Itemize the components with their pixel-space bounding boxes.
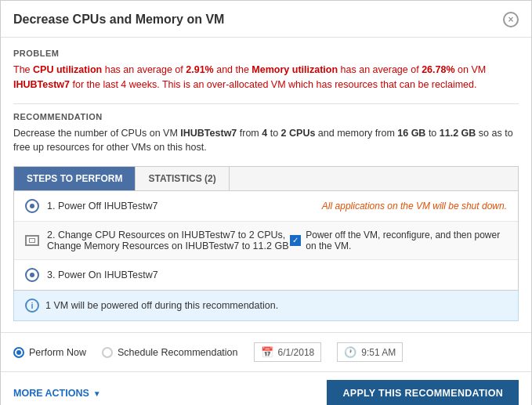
clock-icon: 🕐: [344, 346, 356, 358]
tab-statistics[interactable]: STATISTICS (2): [136, 167, 229, 190]
time-value: 9:51 AM: [361, 347, 396, 358]
perform-now-label: Perform Now: [29, 347, 86, 358]
recommendation-section: RECOMMENDATION Decrease the number of CP…: [13, 112, 519, 156]
modal-footer: MORE ACTIONS ▼ APPLY THIS RECOMMENDATION: [1, 371, 531, 405]
modal-body: PROBLEM The CPU utilization has an avera…: [1, 38, 531, 332]
cpu-from: 4: [262, 128, 267, 139]
step-2-checkbox-label: Power off the VM, reconfigure, and then …: [306, 230, 507, 251]
apply-recommendation-button[interactable]: APPLY THIS RECOMMENDATION: [327, 380, 519, 405]
tab-steps-to-perform[interactable]: STEPS TO PERFORM: [14, 167, 136, 190]
mem-to: 11.2 GB: [440, 128, 476, 139]
steps-container: 1. Power Off IHUBTestw7 All applications…: [13, 191, 519, 291]
step-2-left: 2. Change CPU Resources on IHUBTestw7 to…: [25, 230, 290, 251]
step-1-icon: [25, 199, 39, 213]
vm-name-problem: IHUBTestw7: [13, 79, 70, 90]
chevron-down-icon: ▼: [93, 389, 101, 398]
schedule-bar: Perform Now Schedule Recommendation 📅 6/…: [1, 332, 531, 371]
step-row-1: 1. Power Off IHUBTestw7 All applications…: [14, 191, 518, 222]
vm-name-rec: IHUBTestw7: [180, 128, 237, 139]
recommendation-label: RECOMMENDATION: [13, 112, 519, 121]
more-actions-label: MORE ACTIONS: [13, 388, 89, 399]
more-actions-button[interactable]: MORE ACTIONS ▼: [13, 388, 101, 399]
step-2-label: 2. Change CPU Resources on IHUBTestw7 to…: [47, 230, 290, 251]
perform-now-radio-circle[interactable]: [13, 347, 24, 358]
step-1-label: 1. Power Off IHUBTestw7: [47, 201, 158, 212]
modal-title: Decrease CPUs and Memory on VM: [13, 13, 224, 27]
step-3-label: 3. Power On IHUBTestw7: [47, 269, 158, 280]
modal-container: Decrease CPUs and Memory on VM × PROBLEM…: [0, 0, 532, 405]
problem-label: PROBLEM: [13, 49, 519, 58]
close-button[interactable]: ×: [503, 12, 519, 27]
date-value: 6/1/2018: [278, 347, 315, 358]
cpu-to: 2 CPUs: [281, 128, 316, 139]
step-row-2: 2. Change CPU Resources on IHUBTestw7 to…: [14, 222, 518, 260]
schedule-radio-circle[interactable]: [102, 347, 113, 358]
memory-utilization-bold: Memory utilization: [252, 64, 338, 75]
info-icon: i: [25, 298, 39, 313]
step-2-checkbox-area: Power off the VM, reconfigure, and then …: [290, 230, 507, 251]
step-row-3: 3. Power On IHUBTestw7: [14, 260, 518, 290]
step-1-warning: All applications on the VM will be shut …: [322, 201, 507, 212]
time-field[interactable]: 🕐 9:51 AM: [337, 342, 403, 362]
step-2-checkbox[interactable]: [290, 235, 301, 246]
problem-text: The CPU utilization has an average of 2.…: [13, 63, 519, 92]
step-2-icon: [25, 235, 39, 246]
problem-section: PROBLEM The CPU utilization has an avera…: [13, 49, 519, 92]
schedule-label: Schedule Recommendation: [118, 347, 238, 358]
calendar-icon: 📅: [261, 346, 273, 358]
info-bar: i 1 VM will be powered off during this r…: [13, 291, 519, 321]
cpu-utilization-bold: CPU utilization: [33, 64, 102, 75]
memory-value: 26.78%: [422, 64, 454, 75]
apply-label: APPLY THIS RECOMMENDATION: [342, 388, 503, 399]
cpu-value: 2.91%: [186, 64, 213, 75]
date-field[interactable]: 📅 6/1/2018: [254, 342, 322, 362]
modal-header: Decrease CPUs and Memory on VM ×: [1, 1, 531, 38]
step-3-left: 3. Power On IHUBTestw7: [25, 268, 158, 282]
schedule-radio[interactable]: Schedule Recommendation: [102, 347, 238, 358]
info-text: 1 VM will be powered off during this rec…: [45, 300, 278, 311]
mem-from: 16 GB: [397, 128, 425, 139]
tabs-bar: STEPS TO PERFORM STATISTICS (2): [13, 166, 519, 191]
divider-1: [13, 103, 519, 104]
step-3-icon: [25, 268, 39, 282]
perform-now-radio[interactable]: Perform Now: [13, 347, 86, 358]
recommendation-text: Decrease the number of CPUs on VM IHUBTe…: [13, 126, 519, 156]
step-1-left: 1. Power Off IHUBTestw7: [25, 199, 158, 213]
